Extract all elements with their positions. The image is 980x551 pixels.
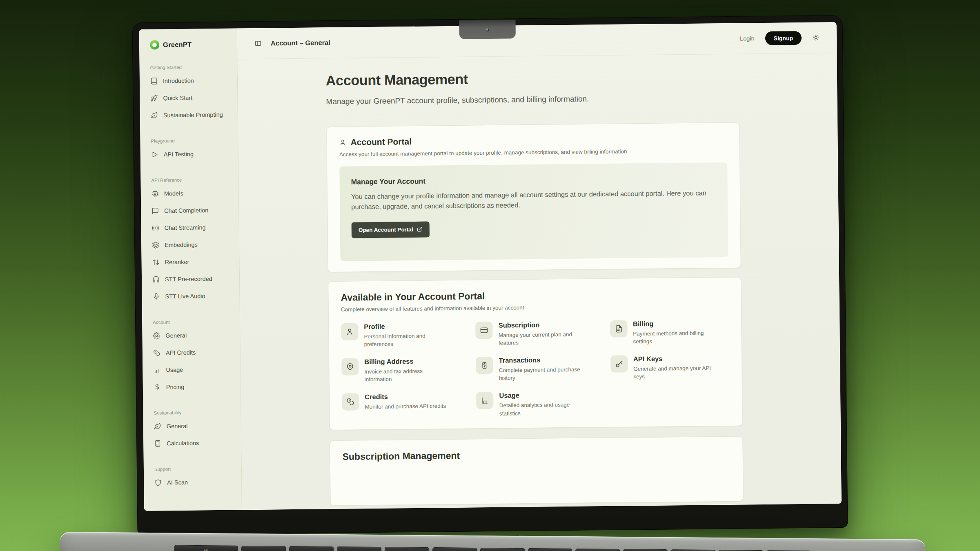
features-card-title: Available in Your Account Portal	[341, 288, 728, 303]
sidebar-item-label: Reranker	[165, 259, 189, 266]
feature-icon-tile	[341, 323, 358, 340]
file-icon	[615, 324, 623, 333]
page-content: Account Management Manage your GreenPT a…	[237, 53, 841, 510]
subscription-management-title: Subscription Management	[342, 447, 730, 462]
sidebar-item-label: AI Scan	[167, 479, 188, 486]
layers-icon	[152, 241, 159, 249]
feature-description: Monitor and purchase API credits	[365, 402, 446, 411]
sidebar-item-label: STT Pre-recorded	[165, 276, 212, 282]
feature-description: Manage your current plan and features	[499, 330, 584, 347]
topbar-right: Login Signup	[740, 31, 820, 45]
sidebar-item-label: Quick Start	[163, 95, 192, 102]
sidebar-item-general[interactable]: General	[154, 417, 237, 435]
features-card-subtitle: Complete overview of all features and in…	[341, 302, 729, 313]
feature-icon-tile	[610, 320, 627, 337]
keyboard-key	[432, 547, 477, 551]
manage-account-panel: Manage Your Account You can change your …	[339, 162, 728, 261]
feature-title: Usage	[499, 391, 585, 400]
sidebar-item-pricing[interactable]: Pricing	[154, 378, 236, 396]
sidebar-section-label-support: Support	[154, 466, 237, 473]
keyboard-key	[337, 547, 381, 551]
feature-title: Subscription	[499, 320, 584, 329]
receipt-icon	[481, 361, 489, 369]
book-icon	[150, 77, 158, 84]
sidebar-item-general[interactable]: General	[153, 327, 236, 344]
headphones-icon	[152, 276, 160, 283]
sidebar-toggle-icon[interactable]	[254, 40, 262, 47]
sidebar-item-label: Calculations	[167, 440, 199, 447]
sidebar-item-usage[interactable]: Usage	[153, 361, 236, 379]
sidebar-item-calculations[interactable]: Calculations	[154, 434, 237, 452]
signup-button[interactable]: Signup	[765, 31, 802, 45]
message-icon	[151, 207, 159, 214]
sidebar-item-sustainable-prompting[interactable]: Sustainable Prompting	[151, 106, 234, 124]
sidebar-item-label: Chat Completion	[164, 207, 208, 214]
sidebar-item-api-testing[interactable]: API Testing	[151, 145, 234, 163]
card-icon	[480, 326, 488, 334]
sidebar-section-label-getting-started: Getting Started	[150, 64, 233, 72]
feature-item-profile: ProfilePersonal information and preferen…	[341, 322, 460, 349]
feature-item-billing: BillingPayment methods and billing setti…	[610, 319, 729, 346]
login-link[interactable]: Login	[740, 35, 755, 42]
sidebar-item-label: General	[165, 332, 187, 339]
feature-description: Detailed analytics and usage statistics	[499, 401, 585, 418]
key-icon	[615, 360, 623, 368]
mic-icon	[152, 293, 160, 300]
feature-description: Generate and manage your API keys	[633, 364, 719, 381]
feature-title: Billing Address	[364, 357, 450, 366]
user-icon	[339, 138, 346, 146]
shield-icon	[154, 479, 162, 486]
webcam	[486, 28, 489, 31]
feature-description: Personal information and preferences	[364, 332, 450, 349]
feature-title: Profile	[364, 322, 450, 331]
feature-description: Complete payment and purchase history	[499, 366, 585, 382]
feature-title: API Keys	[633, 354, 719, 363]
keyboard-key	[623, 549, 668, 551]
sidebar-nav: Getting StartedIntroductionQuick StartSu…	[150, 64, 238, 491]
manage-account-title: Manage Your Account	[351, 174, 716, 186]
sidebar-item-embeddings[interactable]: Embeddings	[152, 236, 235, 254]
sidebar-item-chat-streaming[interactable]: Chat Streaming	[152, 219, 235, 237]
sidebar-item-introduction[interactable]: Introduction	[150, 72, 233, 90]
sidebar: GreenPT Getting StartedIntroductionQuick…	[139, 28, 242, 511]
feature-icon-tile	[476, 357, 493, 374]
sidebar-item-api-credits[interactable]: API Credits	[153, 344, 236, 362]
account-portal-card-header: Account Portal	[339, 133, 727, 147]
sidebar-item-label: STT Live Audio	[165, 293, 205, 300]
brand-logo[interactable]: GreenPT	[150, 38, 233, 51]
sidebar-item-quick-start[interactable]: Quick Start	[150, 89, 233, 107]
sidebar-item-stt-pre-recorded[interactable]: STT Pre-recorded	[152, 270, 235, 288]
browser-viewport: GreenPT Getting StartedIntroductionQuick…	[139, 22, 842, 511]
external-link-icon	[417, 227, 423, 232]
rocket-icon	[150, 94, 158, 102]
feature-title: Credits	[365, 393, 446, 401]
sidebar-item-stt-live-audio[interactable]: STT Live Audio	[152, 287, 235, 305]
feature-item-transactions: TransactionsComplete payment and purchas…	[476, 355, 595, 382]
sidebar-item-chat-completion[interactable]: Chat Completion	[151, 202, 234, 220]
account-portal-title: Account Portal	[350, 137, 412, 147]
theme-toggle-sun-icon[interactable]	[812, 34, 820, 42]
sidebar-item-label: Models	[164, 190, 183, 197]
topbar-left: Account – General	[254, 39, 330, 47]
open-account-portal-button[interactable]: Open Account Portal	[352, 221, 430, 238]
account-portal-description: Access your full account management port…	[339, 147, 727, 158]
subscription-management-card: Subscription Management	[330, 436, 744, 506]
keyboard-deck: esc`1234567890-=tabQWERTYUIOP[]capsASDFG…	[59, 532, 925, 551]
sidebar-item-label: API Credits	[166, 349, 196, 356]
feature-item-billing-address: Billing AddressInvoice and tax address i…	[341, 357, 461, 384]
feature-item-usage: UsageDetailed analytics and usage statis…	[476, 391, 595, 418]
keyboard-key	[671, 549, 715, 551]
calculator-icon	[154, 440, 161, 447]
feature-icon-tile	[341, 358, 359, 375]
gear-icon	[153, 332, 160, 339]
sidebar-item-label: Embeddings	[165, 241, 198, 248]
keyboard-key	[385, 547, 429, 551]
feature-description: Payment methods and billing settings	[633, 329, 719, 346]
sidebar-item-ai-scan[interactable]: AI Scan	[154, 473, 237, 491]
feature-item-api-keys: API KeysGenerate and manage your API key…	[610, 354, 730, 381]
feature-item-credits: CreditsMonitor and purchase API credits	[342, 392, 461, 419]
sidebar-item-models[interactable]: Models	[151, 184, 234, 202]
coins-icon	[153, 349, 160, 356]
page-title: Account Management	[326, 68, 739, 89]
sidebar-item-reranker[interactable]: Reranker	[152, 253, 235, 271]
